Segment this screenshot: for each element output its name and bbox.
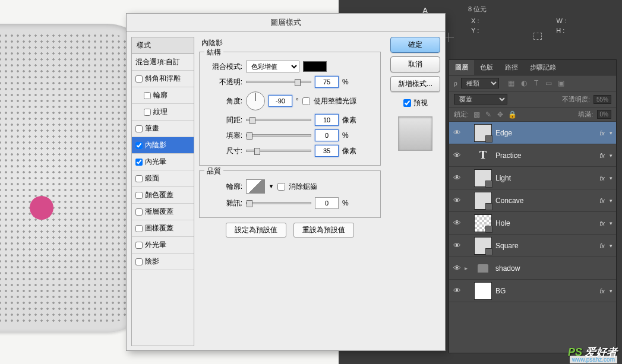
filter-shape-icon[interactable]: ▭ xyxy=(545,79,553,87)
distance-input[interactable] xyxy=(315,114,339,126)
styles-header[interactable]: 樣式 xyxy=(132,37,194,54)
layer-concave[interactable]: 👁 Concave fx▾ xyxy=(449,189,616,212)
chevron-down-icon[interactable]: ▾ xyxy=(610,243,612,249)
shadow-color-swatch[interactable] xyxy=(303,61,327,72)
style-inner-shadow[interactable]: 內陰影 xyxy=(132,137,194,154)
choke-slider[interactable] xyxy=(246,134,311,137)
blend-mode-select[interactable]: 色彩增值 xyxy=(246,61,299,72)
visibility-icon[interactable]: 👁 xyxy=(453,128,461,137)
fx-badge[interactable]: fx xyxy=(599,129,605,137)
make-default-button[interactable]: 設定為預設值 xyxy=(226,223,286,238)
contour-check[interactable] xyxy=(144,92,151,99)
size-slider[interactable] xyxy=(246,150,311,152)
style-gradient-overlay[interactable]: 漸層覆蓋 xyxy=(132,204,194,220)
visibility-icon[interactable]: 👁 xyxy=(453,264,461,273)
filter-type-icon[interactable]: T xyxy=(532,79,541,87)
lock-all-icon[interactable]: 🔒 xyxy=(508,110,516,119)
layer-thumb[interactable] xyxy=(474,192,492,210)
lock-trans-icon[interactable]: ▩ xyxy=(472,110,481,119)
fill-value[interactable]: 0% xyxy=(597,110,611,119)
style-inner-glow[interactable]: 內光暈 xyxy=(132,154,194,170)
fx-badge[interactable]: fx xyxy=(599,287,605,295)
angle-dial[interactable] xyxy=(246,91,265,110)
text-layer-icon[interactable]: T xyxy=(474,147,492,164)
preview-check[interactable] xyxy=(403,99,411,107)
lock-move-icon[interactable]: ✥ xyxy=(496,110,504,119)
fx-badge[interactable]: fx xyxy=(599,197,605,204)
folder-icon[interactable] xyxy=(474,259,492,277)
filter-smart-icon[interactable]: ▣ xyxy=(557,79,566,87)
ok-button[interactable]: 確定 xyxy=(390,37,440,53)
choke-input[interactable] xyxy=(315,129,339,141)
texture-check[interactable] xyxy=(144,109,151,116)
layer-edge[interactable]: 👁 Edge fx▾ xyxy=(449,122,616,144)
layer-square[interactable]: 👁 Square fx▾ xyxy=(449,235,616,257)
inner-shadow-check[interactable] xyxy=(135,142,143,149)
noise-input[interactable] xyxy=(315,197,339,209)
layer-thumb[interactable] xyxy=(474,214,492,232)
chevron-down-icon[interactable]: ▾ xyxy=(610,288,612,294)
drop-shadow-check[interactable] xyxy=(135,258,143,265)
style-texture[interactable]: 紋理 xyxy=(132,104,194,121)
visibility-icon[interactable]: 👁 xyxy=(453,241,461,250)
bevel-check[interactable] xyxy=(135,75,143,83)
visibility-icon[interactable]: 👁 xyxy=(453,173,461,182)
chevron-down-icon[interactable]: ▾ xyxy=(610,175,612,181)
style-contour[interactable]: 輪廓 xyxy=(132,87,194,104)
layer-thumb[interactable] xyxy=(474,282,492,300)
contour-picker[interactable] xyxy=(246,179,265,194)
visibility-icon[interactable]: 👁 xyxy=(453,286,461,295)
kind-filter[interactable]: 種類 xyxy=(461,78,499,88)
chevron-down-icon[interactable]: ▾ xyxy=(610,220,612,226)
fx-badge[interactable]: fx xyxy=(599,152,605,159)
layer-bg[interactable]: 👁 BG fx▾ xyxy=(449,280,616,302)
style-color-overlay[interactable]: 顏色覆蓋 xyxy=(132,187,194,204)
reset-default-button[interactable]: 重設為預設值 xyxy=(293,223,354,238)
fx-badge[interactable]: fx xyxy=(599,175,605,182)
style-pattern-overlay[interactable]: 圖樣覆蓋 xyxy=(132,220,194,237)
size-input[interactable] xyxy=(315,145,339,157)
angle-input[interactable] xyxy=(269,95,292,107)
tab-channels[interactable]: 色版 xyxy=(474,60,499,75)
style-outer-glow[interactable]: 外光暈 xyxy=(132,237,194,254)
filter-pixel-icon[interactable]: ▦ xyxy=(507,79,516,87)
global-light-check[interactable] xyxy=(302,97,310,105)
gradient-overlay-check[interactable] xyxy=(135,208,143,216)
style-drop-shadow[interactable]: 陰影 xyxy=(132,254,194,270)
chevron-down-icon[interactable]: ▾ xyxy=(610,198,612,204)
layer-practice[interactable]: 👁 T Practice fx▾ xyxy=(449,144,616,167)
tab-layers[interactable]: 圖層 xyxy=(449,60,474,75)
chevron-down-icon[interactable]: ▾ xyxy=(610,153,612,159)
new-style-button[interactable]: 新增樣式... xyxy=(390,76,440,92)
layer-thumb[interactable] xyxy=(474,237,492,255)
stroke-check[interactable] xyxy=(135,125,143,132)
color-overlay-check[interactable] xyxy=(135,192,143,199)
layer-thumb[interactable] xyxy=(474,124,492,142)
blend-mode-panel[interactable]: 覆蓋 xyxy=(454,94,507,105)
satin-check[interactable] xyxy=(135,175,143,182)
outer-glow-check[interactable] xyxy=(135,242,143,249)
style-bevel[interactable]: 斜角和浮雕 xyxy=(132,71,194,87)
visibility-icon[interactable]: 👁 xyxy=(453,196,461,205)
lock-paint-icon[interactable]: ✎ xyxy=(484,110,492,119)
fx-badge[interactable]: fx xyxy=(599,242,605,249)
antialias-check[interactable] xyxy=(277,183,285,191)
pattern-overlay-check[interactable] xyxy=(135,225,143,232)
layer-thumb[interactable] xyxy=(474,169,492,187)
visibility-icon[interactable]: 👁 xyxy=(453,219,461,227)
distance-slider[interactable] xyxy=(246,119,311,121)
tab-history[interactable]: 步驟記錄 xyxy=(524,60,562,75)
inner-glow-check[interactable] xyxy=(135,159,143,166)
blend-options-item[interactable]: 混合選項:自訂 xyxy=(132,54,194,71)
chevron-down-icon[interactable]: ▾ xyxy=(610,130,612,136)
style-stroke[interactable]: 筆畫 xyxy=(132,121,194,137)
tab-paths[interactable]: 路徑 xyxy=(499,60,524,75)
style-satin[interactable]: 緞面 xyxy=(132,170,194,187)
visibility-icon[interactable]: 👁 xyxy=(453,151,461,160)
expand-arrow-icon[interactable]: ▸ xyxy=(465,265,471,271)
layer-shadow-group[interactable]: 👁▸ shadow xyxy=(449,257,616,280)
fx-badge[interactable]: fx xyxy=(599,220,605,227)
filter-adjust-icon[interactable]: ◐ xyxy=(520,79,528,87)
layer-hole[interactable]: 👁 Hole fx▾ xyxy=(449,212,616,235)
opacity-input[interactable] xyxy=(315,76,339,88)
